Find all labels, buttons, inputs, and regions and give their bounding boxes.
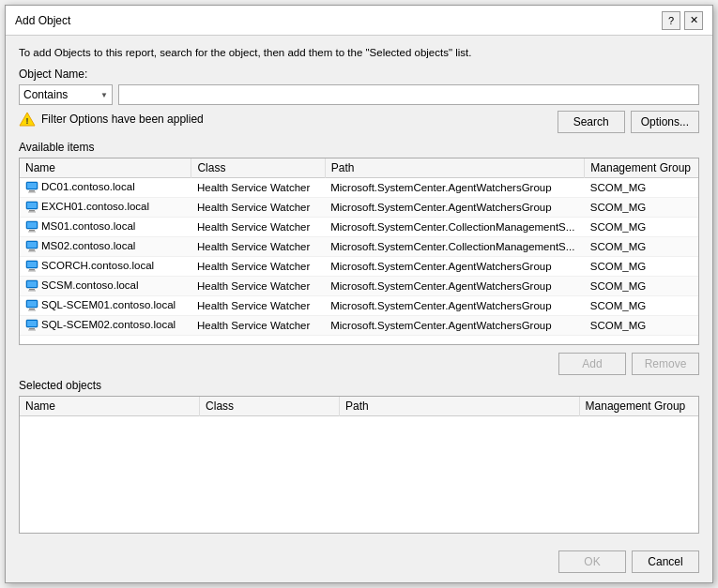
filter-input[interactable] [118,84,699,105]
bottom-row: OK Cancel [6,543,712,582]
cell-class: Health Service Watcher [191,296,325,316]
cell-class: Health Service Watcher [191,277,325,296]
table-row[interactable]: EXCH01.contoso.local Health Service Watc… [20,198,698,218]
search-options-row: Search Options... [558,111,699,133]
cell-mg: SCOM_MG [585,316,698,336]
svg-rect-21 [28,271,36,272]
cell-class: Health Service Watcher [191,218,325,237]
filter-row: Contains ▼ [19,84,699,105]
svg-rect-11 [27,222,37,228]
close-button[interactable]: ✕ [684,11,703,30]
add-button[interactable]: Add [558,353,626,375]
table-row[interactable]: SCSM.contoso.local Health Service Watche… [20,277,698,296]
add-object-dialog: Add Object ? ✕ To add Objects to this re… [5,5,713,583]
col-header-name: Name [20,158,191,178]
dialog-body: To add Objects to this report, search fo… [6,36,712,543]
filter-dropdown[interactable]: Contains ▼ [19,84,113,105]
server-icon [25,239,38,252]
ok-button[interactable]: OK [558,550,626,573]
col-header-class: Class [191,158,325,178]
cell-mg: SCOM_MG [585,198,698,218]
cell-class: Health Service Watcher [191,178,325,198]
table-row[interactable]: MS01.contoso.local Health Service Watche… [20,218,698,237]
cell-mg: SCOM_MG [585,277,698,296]
cell-mg: SCOM_MG [585,257,698,277]
search-button[interactable]: Search [558,111,625,133]
selected-items-header: Name Class Path Management Group [20,397,698,416]
cell-name: MS01.contoso.local [20,218,191,237]
svg-rect-16 [29,249,35,251]
cell-name: SQL-SCEM01.contoso.local [20,296,191,316]
available-items-table-wrapper: Name Class Path Management Group [19,158,699,345]
title-bar-buttons: ? ✕ [662,11,703,30]
svg-rect-8 [29,210,35,212]
available-items-table: Name Class Path Management Group [20,158,698,336]
svg-rect-23 [27,281,37,287]
filter-dropdown-value: Contains [23,88,68,101]
add-remove-row: Add Remove [19,353,699,375]
table-row[interactable]: DC01.contoso.local Health Service Watche… [20,178,698,198]
svg-rect-27 [27,301,37,307]
svg-rect-32 [29,328,35,330]
selected-objects-table: Name Class Path Management Group [20,397,698,416]
table-row[interactable]: SQL-SCEM01.contoso.local Health Service … [20,296,698,316]
warning-text: Filter Options have been applied [41,113,204,126]
table-row[interactable]: SCORCH.contoso.local Health Service Watc… [20,257,698,277]
warning-icon: ! [19,111,36,128]
sel-col-header-mg: Management Group [579,397,698,416]
svg-rect-5 [28,192,36,193]
svg-rect-19 [27,262,37,267]
cell-name: DC01.contoso.local [20,178,191,198]
cell-path: Microsoft.SystemCenter.AgentWatchersGrou… [325,257,585,277]
options-button[interactable]: Options... [631,111,699,133]
server-icon [25,279,38,292]
server-icon [25,318,38,331]
cell-class: Health Service Watcher [191,237,325,257]
svg-rect-7 [27,203,37,208]
cancel-button[interactable]: Cancel [632,550,699,573]
title-bar: Add Object ? ✕ [6,6,712,36]
svg-rect-9 [28,212,36,213]
svg-rect-15 [27,242,37,248]
svg-rect-33 [28,330,36,331]
available-items-label: Available items [19,141,699,154]
svg-rect-12 [29,230,35,232]
cell-mg: SCOM_MG [585,178,698,198]
cell-mg: SCOM_MG [585,296,698,316]
cell-path: Microsoft.SystemCenter.AgentWatchersGrou… [325,277,585,296]
svg-rect-25 [28,291,36,292]
svg-rect-13 [28,232,36,233]
svg-rect-28 [29,309,35,310]
object-name-label: Object Name: [19,68,699,81]
selected-objects-table-wrapper: Name Class Path Management Group [19,396,699,534]
cell-path: Microsoft.SystemCenter.AgentWatchersGrou… [325,198,585,218]
cell-path: Microsoft.SystemCenter.AgentWatchersGrou… [325,178,585,198]
col-header-path: Path [325,158,585,178]
remove-button[interactable]: Remove [632,353,699,375]
svg-rect-29 [28,310,36,311]
available-items-header: Name Class Path Management Group [20,158,698,178]
col-header-mg: Management Group [585,158,698,178]
svg-rect-3 [27,183,37,188]
server-icon [25,200,38,213]
svg-rect-24 [29,289,35,291]
cell-path: Microsoft.SystemCenter.AgentWatchersGrou… [325,316,585,336]
dialog-title: Add Object [15,14,70,27]
svg-rect-20 [29,269,35,271]
table-row[interactable]: MS02.contoso.local Health Service Watche… [20,237,698,257]
server-icon [25,219,38,233]
table-row[interactable]: SQL-SCEM02.contoso.local Health Service … [20,316,698,336]
instructions: To add Objects to this report, search fo… [19,45,699,60]
cell-path: Microsoft.SystemCenter.CollectionManagem… [325,218,585,237]
available-items-section: Available items Name Class Path Manageme… [19,141,699,345]
server-icon [25,180,38,193]
cell-class: Health Service Watcher [191,198,325,218]
cell-mg: SCOM_MG [585,237,698,257]
selected-objects-section: Selected objects Name Class Path Managem… [19,379,699,534]
cell-name: SQL-SCEM02.contoso.local [20,316,191,336]
svg-rect-17 [28,251,36,252]
selected-objects-label: Selected objects [19,379,699,392]
server-icon [25,259,38,272]
sel-col-header-path: Path [340,397,579,416]
help-button[interactable]: ? [662,11,680,30]
